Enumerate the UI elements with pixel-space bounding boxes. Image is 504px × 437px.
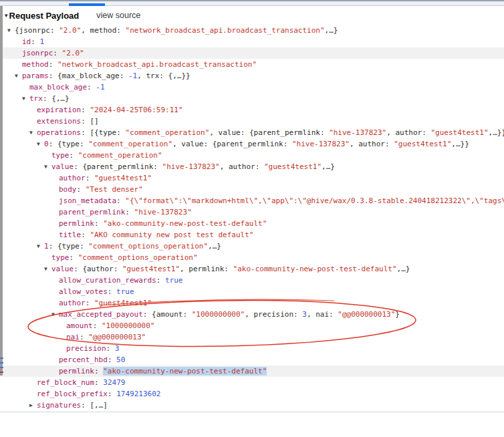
- json-value-str: "comment_options_operation": [78, 253, 198, 262]
- tree-row[interactable]: type: "comment_operation": [0, 150, 504, 161]
- key-separator: :: [108, 390, 116, 398]
- json-value-str: "comment_operation": [78, 151, 162, 160]
- tree-row[interactable]: amount: "1000000000": [0, 320, 504, 331]
- key-separator: :: [156, 276, 165, 285]
- tree-row[interactable]: permlink: "ako-community-new-post-test-d…: [0, 366, 504, 377]
- json-value-pn: , method:: [81, 26, 125, 35]
- tree-row[interactable]: permlink: "ako-community-new-post-test-d…: [0, 218, 504, 229]
- tree-row[interactable]: allow_curation_rewards: true: [0, 275, 504, 286]
- view-source-link[interactable]: view source: [96, 11, 140, 20]
- tree-row[interactable]: type: "comment_options_operation": [0, 252, 504, 263]
- tree-row[interactable]: parent_permlink: "hive-137823": [0, 206, 504, 218]
- key-separator: :: [81, 117, 90, 126]
- json-value-str: "{\"format\":\"markdown+html\",\"app\":\…: [125, 196, 504, 205]
- key-separator: :: [106, 344, 115, 353]
- collapse-icon[interactable]: ▼: [44, 263, 51, 275]
- collapse-icon[interactable]: ▼: [51, 309, 59, 320]
- collapse-section-icon[interactable]: ▾: [5, 13, 8, 19]
- tree-row[interactable]: method: "network_broadcast_api.broadcast…: [0, 59, 504, 70]
- tree-row[interactable]: json_metadata: "{\"format\":\"markdown+h…: [0, 195, 504, 206]
- json-value-pn: {jsonrpc:: [15, 26, 59, 35]
- json-value-str: "@@000000013": [338, 310, 395, 319]
- tree-row[interactable]: ▼1: {type: "comment_options_operation",……: [0, 241, 504, 252]
- key-separator: :: [70, 253, 78, 262]
- key-separator: :: [49, 60, 57, 69]
- tree-row[interactable]: ▶signatures: [,…]: [0, 400, 504, 411]
- tree-row[interactable]: ▼value: {parent_permlink: "hive-137823",…: [0, 161, 504, 172]
- tree-row[interactable]: ▼max_accepted_payout: {amount: "10000000…: [0, 309, 504, 320]
- tree-row[interactable]: author: "guest4test1": [0, 172, 504, 184]
- json-value-pn: ,…}},…]: [489, 128, 504, 137]
- key-separator: :: [108, 355, 116, 364]
- collapse-icon[interactable]: ▼: [15, 70, 22, 82]
- json-value-pn: , author:: [386, 128, 430, 137]
- tree-row[interactable]: id: 1: [0, 36, 504, 47]
- json-key: body: [59, 185, 77, 194]
- key-separator: :: [94, 219, 103, 228]
- json-value-sel: "ako-community-new-post-test-default": [103, 367, 267, 376]
- json-value-num: 3: [302, 310, 307, 319]
- json-key: expiration: [37, 106, 81, 114]
- json-value-pn: {type:: [57, 140, 88, 148]
- tree-row[interactable]: precision: 3: [0, 343, 504, 354]
- json-key: allow_votes: [59, 287, 108, 296]
- tree-row[interactable]: ref_block_prefix: 1749213602: [0, 388, 504, 400]
- json-value-pn: {,…}: [51, 94, 70, 103]
- tree-row[interactable]: ref_block_num: 32479: [0, 377, 504, 388]
- json-value-str: "hive-137823": [134, 208, 192, 216]
- key-separator: :: [74, 265, 82, 273]
- key-separator: :: [81, 231, 90, 239]
- json-value-pn: , value: {parent_permlink:: [209, 128, 329, 137]
- tree-row[interactable]: ▼value: {author: "guest4test1", permlink…: [0, 263, 504, 275]
- json-key: type: [51, 151, 70, 160]
- collapse-icon[interactable]: ▼: [37, 138, 44, 150]
- json-key: type: [51, 253, 70, 262]
- key-separator: :: [74, 162, 82, 171]
- json-key: author: [59, 174, 86, 182]
- json-value-pn: [,…]: [90, 401, 108, 410]
- key-separator: :: [70, 151, 78, 160]
- tree-row[interactable]: extensions: []: [0, 116, 504, 127]
- collapse-icon[interactable]: ▼: [22, 93, 29, 104]
- collapse-icon[interactable]: ▼: [29, 127, 37, 138]
- json-value-str: "2.0": [59, 26, 81, 35]
- json-value-pn: {parent_permlink:: [82, 162, 162, 171]
- collapse-icon[interactable]: ▼: [44, 161, 51, 172]
- expand-icon[interactable]: ▶: [29, 400, 37, 411]
- json-key: value: [51, 162, 74, 171]
- json-key: precision: [66, 344, 106, 353]
- json-value-pn: , author:: [220, 162, 264, 171]
- collapse-icon[interactable]: ▼: [7, 25, 15, 36]
- tree-row[interactable]: allow_votes: true: [0, 286, 504, 297]
- request-payload-header: ▾ Request Payload view source: [0, 6, 504, 25]
- json-value-str: "ako-community-new-post-test-default": [233, 265, 397, 273]
- tree-row[interactable]: expiration: "2024-04-25T06:59:11": [0, 104, 504, 116]
- left-edge-tick: [0, 357, 3, 359]
- json-value-pn: []: [90, 117, 98, 126]
- json-value-str: "AKO community new post test default": [90, 231, 253, 239]
- json-value-str: "hive-137823": [162, 162, 220, 171]
- json-value-str: "comment_options_operation": [88, 242, 208, 251]
- tree-row[interactable]: max_block_age: -1: [0, 82, 504, 93]
- json-value-str: "network_broadcast_api.broadcast_transac…: [126, 26, 325, 35]
- json-value-num: 1: [40, 37, 45, 46]
- tree-row[interactable]: title: "AKO community new post test defa…: [0, 229, 504, 241]
- tree-row[interactable]: ▼params: {max_block_age: -1, trx: {,…}}: [0, 70, 504, 82]
- tree-row[interactable]: ▼0: {type: "comment_operation", value: {…: [0, 138, 504, 150]
- collapse-icon[interactable]: ▼: [37, 241, 44, 252]
- tree-row[interactable]: body: "Test denser": [0, 184, 504, 195]
- key-separator: :: [49, 71, 57, 80]
- tree-row[interactable]: author: "guest4test1": [0, 297, 504, 309]
- key-separator: :: [77, 185, 86, 194]
- json-value-num: 50: [116, 355, 125, 364]
- tree-row[interactable]: jsonrpc: "2.0": [0, 47, 504, 59]
- tree-row[interactable]: ▼operations: [{type: "comment_operation"…: [0, 127, 504, 138]
- key-separator: :: [81, 106, 90, 114]
- key-separator: :: [93, 321, 102, 330]
- request-details-tabbar-edge: [0, 0, 504, 6]
- json-value-pn: , nai:: [307, 310, 338, 319]
- tree-row[interactable]: percent_hbd: 50: [0, 354, 504, 366]
- tree-row[interactable]: nai: "@@000000013": [0, 331, 504, 343]
- tree-row[interactable]: ▼trx: {,…}: [0, 93, 504, 104]
- tree-row[interactable]: ▼{jsonrpc: "2.0", method: "network_broad…: [0, 25, 504, 36]
